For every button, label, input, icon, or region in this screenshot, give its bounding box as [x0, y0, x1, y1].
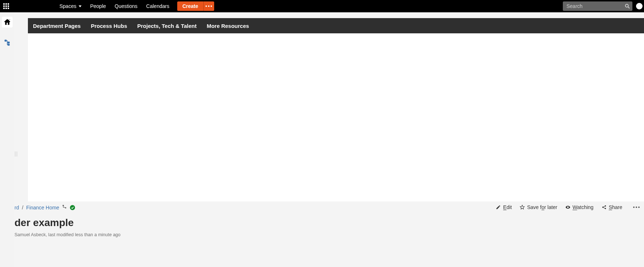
- svg-rect-3: [7, 23, 8, 25]
- nav-spaces[interactable]: Spaces: [55, 0, 86, 12]
- save-label: Save for later: [527, 204, 557, 210]
- rail-tree-button[interactable]: [4, 39, 11, 47]
- sidebar-resize-handle[interactable]: ||: [14, 151, 18, 157]
- share-icon: [602, 205, 607, 210]
- svg-rect-6: [8, 44, 10, 46]
- page-actions: Edit Save for later Watching Share: [496, 204, 643, 210]
- more-actions-button[interactable]: [630, 206, 643, 208]
- breadcrumb-link-finance-home[interactable]: Finance Home: [26, 205, 59, 210]
- watching-label: Watching: [573, 204, 594, 210]
- share-label: Share: [609, 204, 622, 210]
- nav-label: People: [90, 3, 106, 9]
- svg-rect-7: [63, 205, 64, 206]
- home-icon: [4, 18, 11, 26]
- svg-rect-4: [5, 40, 7, 41]
- nav-label: Spaces: [59, 3, 76, 9]
- subnav-projects[interactable]: Projects, Tech & Talent: [137, 23, 197, 29]
- eye-icon: [565, 205, 570, 210]
- create-label: Create: [182, 3, 198, 9]
- nav-questions[interactable]: Questions: [110, 0, 142, 12]
- grid-icon: [3, 3, 9, 9]
- watching-button[interactable]: Watching: [565, 204, 594, 210]
- hero-region: [28, 18, 644, 201]
- star-icon: [520, 205, 525, 210]
- share-button[interactable]: Share: [602, 204, 622, 210]
- tree-icon: [4, 39, 11, 46]
- subnav-process-hubs[interactable]: Process Hubs: [91, 23, 127, 29]
- search-field[interactable]: [563, 1, 632, 11]
- nav-label: Questions: [115, 3, 137, 9]
- edit-label: Edit: [503, 204, 512, 210]
- svg-line-1: [628, 7, 630, 8]
- subnav-more-resources[interactable]: More Resources: [207, 23, 249, 29]
- chevron-down-icon: [79, 5, 82, 7]
- topbar-right: [563, 1, 644, 11]
- svg-point-10: [568, 207, 568, 208]
- app-switcher-icon[interactable]: [0, 0, 12, 12]
- primary-nav: Spaces People Questions Calendars Create: [55, 0, 214, 12]
- rail-home-button[interactable]: [2, 17, 13, 28]
- svg-rect-5: [8, 42, 10, 43]
- nav-label: Calendars: [146, 3, 169, 9]
- svg-line-15: [603, 208, 605, 209]
- page-byline: Samuel Asbeck, last modified less than a…: [14, 232, 644, 237]
- breadcrumb-fragment[interactable]: rd: [14, 205, 19, 210]
- svg-marker-9: [520, 205, 525, 209]
- dots-icon: [205, 5, 212, 7]
- space-subnav: Department Pages Process Hubs Projects, …: [28, 18, 644, 33]
- subnav-department-pages[interactable]: Department Pages: [33, 23, 81, 29]
- left-rail: [0, 12, 14, 267]
- create-group: Create: [177, 1, 214, 11]
- save-for-later-button[interactable]: Save for later: [520, 204, 557, 210]
- breadcrumb-separator: /: [22, 205, 23, 210]
- pencil-icon: [496, 205, 501, 210]
- status-ok-icon[interactable]: [70, 205, 75, 210]
- global-topbar: Spaces People Questions Calendars Create: [0, 0, 644, 12]
- page-title: der example: [14, 217, 644, 229]
- edit-button[interactable]: Edit: [496, 204, 512, 210]
- search-input[interactable]: [563, 1, 632, 11]
- nav-people[interactable]: People: [86, 0, 111, 12]
- svg-line-14: [603, 206, 605, 207]
- search-icon[interactable]: [624, 3, 630, 9]
- svg-rect-8: [65, 207, 67, 208]
- svg-point-0: [626, 4, 628, 7]
- create-button[interactable]: Create: [177, 1, 203, 11]
- avatar[interactable]: [636, 3, 643, 9]
- page-tree-icon[interactable]: [62, 204, 67, 210]
- page-meta: rd / Finance Home Edit Save for later: [14, 201, 644, 267]
- nav-calendars[interactable]: Calendars: [142, 0, 174, 12]
- create-more-button[interactable]: [203, 1, 214, 11]
